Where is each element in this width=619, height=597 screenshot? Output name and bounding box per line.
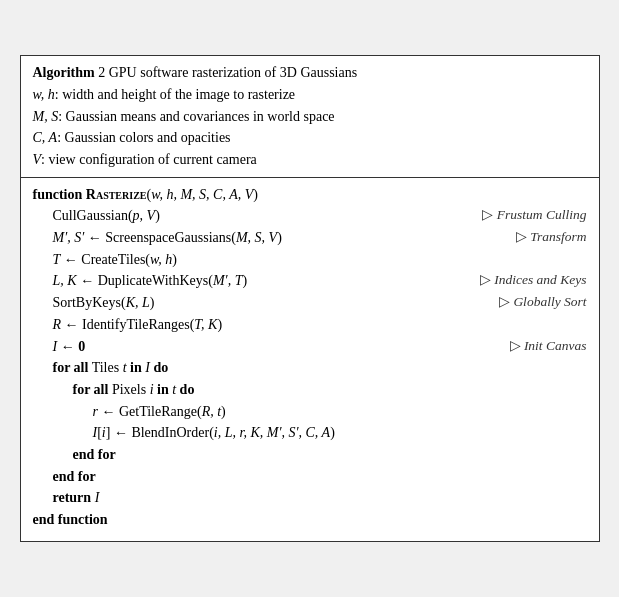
line-create-tiles: T ← CreateTiles(w, h): [33, 249, 587, 271]
line-get-tile-range: r ← GetTileRange(R, t): [33, 401, 587, 423]
algorithm-box: Algorithm 2 GPU software rasterization o…: [20, 55, 600, 541]
line-cull-gaussian: CullGaussian(p, V) Frustum Culling: [33, 205, 587, 227]
line-duplicate-with-keys: L, K ← DuplicateWithKeys(M′, T) Indices …: [33, 270, 587, 292]
algorithm-header: Algorithm 2 GPU software rasterization o…: [21, 56, 599, 177]
line-end-for-pixels: end for: [33, 444, 587, 466]
algorithm-title-line: Algorithm 2 GPU software rasterization o…: [33, 62, 587, 84]
line-screenspace-gaussians: M′, S′ ← ScreenspaceGaussians(M, S, V) T…: [33, 227, 587, 249]
algorithm-number: 2: [98, 65, 105, 80]
line-return: return I: [33, 487, 587, 509]
line-end-for-tiles: end for: [33, 466, 587, 488]
line-for-tiles: for all Tiles t in I do: [33, 357, 587, 379]
line-end-function: end function: [33, 509, 587, 531]
comment-indices-and-keys: Indices and Keys: [480, 270, 587, 291]
param-v: V: view configuration of current camera: [33, 149, 587, 171]
algorithm-label: Algorithm: [33, 65, 95, 80]
line-init-canvas: I ← 0 Init Canvas: [33, 336, 587, 358]
algorithm-body: function Rasterize(w, h, M, S, C, A, V) …: [21, 178, 599, 541]
line-blend-in-order: I[i] ← BlendInOrder(i, L, r, K, M′, S′, …: [33, 422, 587, 444]
comment-globally-sort: Globally Sort: [499, 292, 587, 313]
param-ca: C, A: Gaussian colors and opacities: [33, 127, 587, 149]
comment-transform: Transform: [516, 227, 587, 248]
comment-frustum-culling: Frustum Culling: [482, 205, 586, 226]
line-for-pixels: for all Pixels i in t do: [33, 379, 587, 401]
line-sort-by-keys: SortByKeys(K, L) Globally Sort: [33, 292, 587, 314]
param-ms: M, S: Gaussian means and covariances in …: [33, 106, 587, 128]
function-signature-line: function Rasterize(w, h, M, S, C, A, V): [33, 184, 587, 206]
param-wh: w, h: width and height of the image to r…: [33, 84, 587, 106]
algorithm-title: GPU software rasterization of 3D Gaussia…: [109, 65, 357, 80]
line-identify-tile-ranges: R ← IdentifyTileRanges(T, K): [33, 314, 587, 336]
comment-init-canvas: Init Canvas: [510, 336, 587, 357]
